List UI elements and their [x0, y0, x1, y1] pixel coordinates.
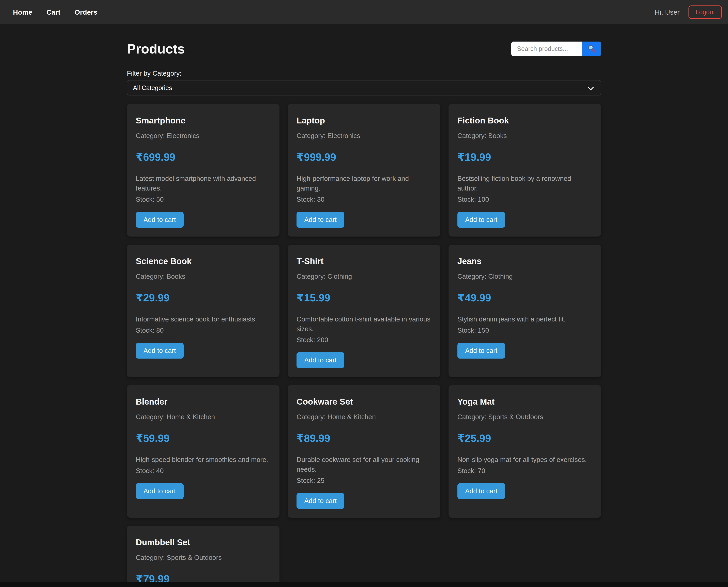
- product-name: T-Shirt: [297, 256, 431, 266]
- magnifier-icon: [587, 44, 596, 54]
- add-to-cart-button[interactable]: Add to cart: [457, 483, 505, 499]
- product-grid: Smartphone Category: Electronics ₹699.99…: [127, 104, 601, 582]
- product-name: Yoga Mat: [457, 397, 592, 406]
- product-price: ₹19.99: [457, 151, 592, 163]
- product-stock: Stock: 70: [457, 467, 592, 475]
- product-card: Jeans Category: Clothing ₹49.99 Stylish …: [448, 245, 601, 377]
- nav-link-cart[interactable]: Cart: [46, 8, 61, 16]
- product-card: Smartphone Category: Electronics ₹699.99…: [127, 104, 280, 237]
- product-category: Category: Home & Kitchen: [297, 413, 431, 421]
- product-stock: Stock: 50: [136, 195, 271, 203]
- product-category: Category: Electronics: [297, 132, 431, 140]
- page-title: Products: [127, 41, 185, 56]
- header-row: Products: [127, 41, 601, 56]
- product-name: Dumbbell Set: [136, 538, 271, 547]
- product-price: ₹699.99: [136, 151, 271, 163]
- add-to-cart-button[interactable]: Add to cart: [136, 343, 184, 358]
- product-stock: Stock: 100: [457, 195, 592, 203]
- product-stock: Stock: 200: [297, 336, 431, 344]
- nav-link-orders[interactable]: Orders: [75, 8, 97, 16]
- product-category: Category: Clothing: [457, 273, 592, 280]
- category-select-wrap: All Categories: [127, 80, 601, 95]
- product-card: Dumbbell Set Category: Sports & Outdoors…: [127, 526, 280, 582]
- product-name: Fiction Book: [457, 116, 592, 125]
- add-to-cart-button[interactable]: Add to cart: [457, 212, 505, 228]
- nav-links: Home Cart Orders: [13, 8, 97, 16]
- product-stock: Stock: 150: [457, 327, 592, 334]
- product-description: Non-slip yoga mat for all types of exerc…: [457, 455, 592, 465]
- product-price: ₹29.99: [136, 292, 271, 304]
- product-price: ₹15.99: [297, 292, 431, 304]
- search-input[interactable]: [511, 42, 582, 56]
- add-to-cart-button[interactable]: Add to cart: [297, 493, 344, 509]
- product-card: T-Shirt Category: Clothing ₹15.99 Comfor…: [288, 245, 440, 377]
- product-name: Blender: [136, 397, 271, 406]
- logout-button[interactable]: Logout: [688, 5, 722, 19]
- product-price: ₹49.99: [457, 292, 592, 304]
- product-category: Category: Electronics: [136, 132, 271, 140]
- add-to-cart-button[interactable]: Add to cart: [297, 212, 344, 228]
- product-description: High-speed blender for smoothies and mor…: [136, 455, 271, 465]
- product-name: Jeans: [457, 256, 592, 266]
- product-description: Comfortable cotton t-shirt available in …: [297, 314, 431, 334]
- nav-link-home[interactable]: Home: [13, 8, 32, 16]
- product-category: Category: Sports & Outdoors: [457, 413, 592, 421]
- add-to-cart-button[interactable]: Add to cart: [297, 352, 344, 368]
- product-price: ₹25.99: [457, 432, 592, 444]
- filter-label: Filter by Category:: [127, 70, 601, 77]
- user-greeting: Hi, User: [655, 8, 680, 16]
- product-description: Stylish denim jeans with a perfect fit.: [457, 314, 592, 324]
- product-stock: Stock: 25: [297, 477, 431, 485]
- navbar: Home Cart Orders Hi, User Logout: [0, 0, 728, 24]
- product-description: Informative science book for enthusiasts…: [136, 314, 271, 324]
- product-name: Laptop: [297, 116, 431, 125]
- product-category: Category: Books: [136, 273, 271, 280]
- product-stock: Stock: 40: [136, 467, 271, 475]
- product-price: ₹89.99: [297, 432, 431, 444]
- product-description: Bestselling fiction book by a renowned a…: [457, 174, 592, 193]
- product-card: Science Book Category: Books ₹29.99 Info…: [127, 245, 280, 377]
- product-description: Durable cookware set for all your cookin…: [297, 455, 431, 474]
- product-card: Cookware Set Category: Home & Kitchen ₹8…: [288, 385, 440, 518]
- product-category: Category: Sports & Outdoors: [136, 554, 271, 561]
- product-category: Category: Home & Kitchen: [136, 413, 271, 421]
- product-card: Yoga Mat Category: Sports & Outdoors ₹25…: [448, 385, 601, 518]
- product-stock: Stock: 80: [136, 327, 271, 334]
- app-root: Home Cart Orders Hi, User Logout Product…: [0, 0, 728, 582]
- product-name: Science Book: [136, 256, 271, 266]
- product-price: ₹999.99: [297, 151, 431, 163]
- category-select[interactable]: All Categories: [127, 80, 601, 95]
- navbar-right: Hi, User Logout: [655, 5, 722, 19]
- product-card: Laptop Category: Electronics ₹999.99 Hig…: [288, 104, 440, 237]
- add-to-cart-button[interactable]: Add to cart: [457, 343, 505, 358]
- product-description: High-performance laptop for work and gam…: [297, 174, 431, 193]
- product-category: Category: Clothing: [297, 273, 431, 280]
- product-price: ₹59.99: [136, 432, 271, 444]
- search-bar: [511, 42, 601, 56]
- product-name: Smartphone: [136, 116, 271, 125]
- product-card: Fiction Book Category: Books ₹19.99 Best…: [448, 104, 601, 237]
- product-card: Blender Category: Home & Kitchen ₹59.99 …: [127, 385, 280, 518]
- product-name: Cookware Set: [297, 397, 431, 406]
- product-price: ₹79.99: [136, 573, 271, 582]
- add-to-cart-button[interactable]: Add to cart: [136, 483, 184, 499]
- add-to-cart-button[interactable]: Add to cart: [136, 212, 184, 228]
- product-stock: Stock: 30: [297, 195, 431, 203]
- product-description: Latest model smartphone with advanced fe…: [136, 174, 271, 193]
- main-content: Products Filter by Category: Al: [127, 41, 601, 582]
- search-button[interactable]: [582, 42, 601, 56]
- product-category: Category: Books: [457, 132, 592, 140]
